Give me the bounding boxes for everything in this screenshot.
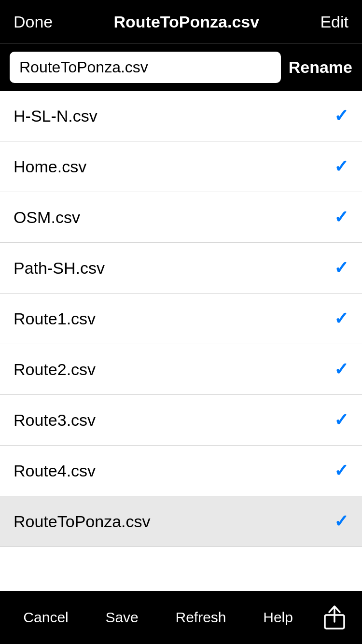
checkmark-icon: ✓ — [334, 511, 348, 532]
list-item[interactable]: Route1.csv✓ — [0, 294, 362, 344]
save-button[interactable]: Save — [97, 604, 146, 630]
nav-title: RouteToPonza.csv — [114, 13, 260, 31]
list-item[interactable]: Home.csv✓ — [0, 141, 362, 192]
list-item[interactable]: Route3.csv✓ — [0, 395, 362, 446]
list-item[interactable]: Route4.csv✓ — [0, 446, 362, 496]
help-button[interactable]: Help — [255, 604, 301, 630]
cancel-button[interactable]: Cancel — [15, 604, 76, 630]
list-item[interactable]: OSM.csv✓ — [0, 192, 362, 243]
checkmark-icon: ✓ — [334, 156, 348, 177]
checkmark-icon: ✓ — [334, 207, 348, 227]
file-name-label: Route3.csv — [14, 411, 96, 430]
checkmark-icon: ✓ — [334, 106, 348, 126]
file-name-label: Route2.csv — [14, 360, 96, 379]
rename-input[interactable] — [10, 52, 281, 83]
done-button[interactable]: Done — [14, 13, 53, 31]
file-name-label: Home.csv — [14, 157, 86, 176]
refresh-button[interactable]: Refresh — [168, 604, 234, 630]
checkmark-icon: ✓ — [334, 258, 348, 278]
share-button[interactable] — [322, 604, 347, 630]
file-name-label: Route1.csv — [14, 309, 96, 328]
list-item[interactable]: RouteToPonza.csv✓ — [0, 496, 362, 547]
file-name-label: RouteToPonza.csv — [14, 512, 151, 531]
rename-button[interactable]: Rename — [289, 58, 352, 77]
list-item[interactable]: H-SL-N.csv✓ — [0, 91, 362, 141]
file-list: H-SL-N.csv✓Home.csv✓OSM.csv✓Path-SH.csv✓… — [0, 91, 362, 591]
checkmark-icon: ✓ — [334, 410, 348, 430]
file-name-label: Path-SH.csv — [14, 259, 105, 278]
file-name-label: H-SL-N.csv — [14, 107, 97, 126]
file-name-label: Route4.csv — [14, 462, 96, 480]
nav-bar: Done RouteToPonza.csv Edit — [0, 0, 362, 43]
checkmark-icon: ✓ — [334, 461, 348, 481]
edit-button[interactable]: Edit — [320, 13, 348, 31]
list-item[interactable]: Path-SH.csv✓ — [0, 243, 362, 294]
checkmark-icon: ✓ — [334, 308, 348, 329]
checkmark-icon: ✓ — [334, 359, 348, 379]
rename-bar: Rename — [0, 43, 362, 91]
file-name-label: OSM.csv — [14, 208, 80, 227]
bottom-toolbar: Cancel Save Refresh Help — [0, 591, 362, 644]
list-item[interactable]: Route2.csv✓ — [0, 344, 362, 395]
